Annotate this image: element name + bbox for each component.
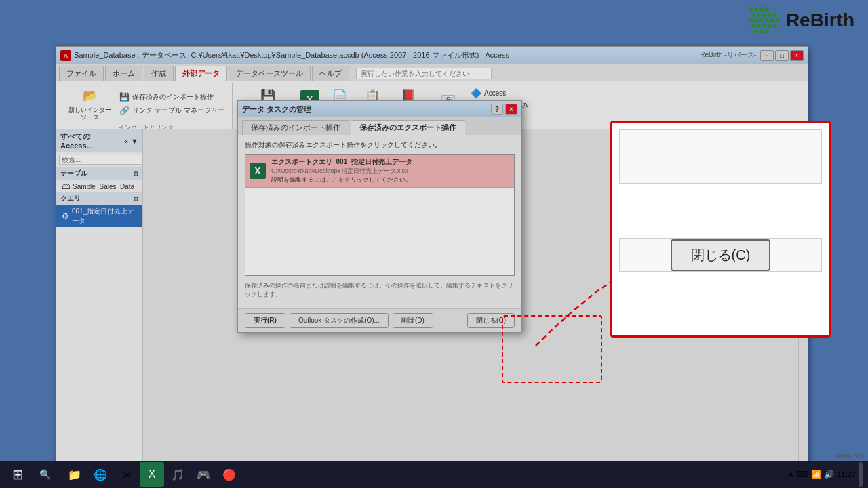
search-taskbar-btn[interactable]: 🔍 [33, 462, 57, 487]
taskbar-apps: 📁 🌐 ✉ X 🎵 🎮 🔴 [60, 462, 785, 487]
svg-point-9 [749, 18, 753, 22]
taskbar-app-media[interactable]: 🎵 [165, 462, 190, 487]
svg-point-20 [754, 29, 758, 33]
logo-area: ReBirth [748, 7, 854, 34]
svg-point-5 [757, 13, 761, 17]
svg-point-18 [768, 24, 772, 28]
svg-point-16 [757, 24, 761, 28]
callout-close-button[interactable]: 閉じる(C) [671, 239, 771, 271]
taskbar-app-mail[interactable]: ✉ [114, 462, 138, 487]
svg-point-7 [768, 13, 772, 17]
taskbar-clock[interactable]: 11:27 [837, 470, 856, 479]
logo-text: ReBirth [786, 9, 854, 31]
start-button[interactable]: ⊞ [5, 462, 30, 487]
svg-point-15 [751, 24, 755, 28]
svg-point-19 [773, 24, 777, 28]
callout-inner-top [619, 129, 822, 184]
taskbar-app-game[interactable]: 🎮 [191, 462, 216, 487]
callout-spacer [612, 190, 829, 197]
svg-point-4 [751, 13, 755, 17]
numlock-indicator: NumLock [835, 452, 864, 460]
svg-point-21 [760, 29, 764, 33]
svg-point-10 [754, 18, 758, 22]
svg-point-0 [749, 7, 753, 12]
callout-annotation-box: 閉じる(C) [610, 121, 831, 338]
taskbar-keyboard-icon: ⌨ [797, 470, 808, 479]
taskbar-up-arrow-icon: ∧ [788, 470, 794, 479]
svg-point-2 [760, 7, 764, 12]
taskbar-volume-icon: 🔊 [824, 470, 834, 479]
svg-point-22 [765, 29, 769, 33]
svg-point-11 [760, 18, 764, 22]
callout-inner-bottom: 閉じる(C) [619, 238, 822, 272]
svg-point-1 [754, 7, 758, 12]
taskbar-app-excel[interactable]: X [140, 462, 164, 487]
logo-icon [748, 7, 781, 34]
taskbar-app-security[interactable]: 🔴 [217, 462, 241, 487]
taskbar-system-icons: ∧ ⌨ 📶 🔊 [788, 470, 834, 479]
show-desktop-btn[interactable] [859, 462, 863, 487]
taskbar-app-edge[interactable]: 🌐 [88, 462, 113, 487]
taskbar-network-icon: 📶 [811, 470, 821, 479]
taskbar: ⊞ 🔍 📁 🌐 ✉ X 🎵 🎮 🔴 ∧ ⌨ 📶 🔊 11:27 [0, 461, 868, 488]
svg-point-3 [765, 7, 769, 12]
svg-point-6 [762, 13, 766, 17]
svg-point-17 [762, 24, 766, 28]
taskbar-app-folder[interactable]: 📁 [62, 462, 87, 487]
taskbar-time-text: 11:27 [837, 470, 856, 479]
svg-point-8 [773, 13, 777, 17]
svg-point-12 [765, 18, 769, 22]
svg-point-13 [770, 18, 774, 22]
svg-point-14 [776, 18, 780, 22]
